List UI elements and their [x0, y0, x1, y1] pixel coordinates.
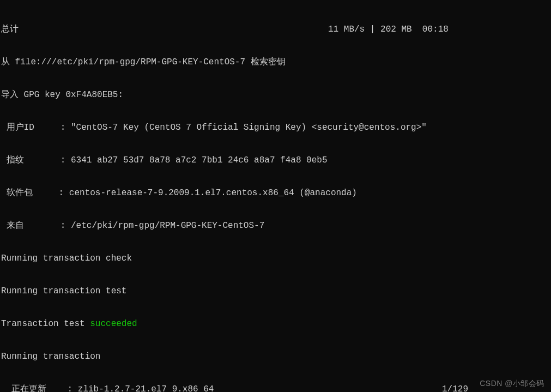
summary-line: 总计11 MB/s | 202 MB 00:18 — [1, 24, 550, 35]
total-label: 总计 — [1, 25, 19, 34]
package-name: zlib-1.2.7-21.el7_9.x86_64 — [78, 384, 214, 392]
progress-count: 1/129 — [442, 384, 468, 392]
transaction-check: Running transaction check — [1, 253, 550, 264]
watermark: CSDN @小邹会码 — [480, 378, 544, 389]
update-label: 正在更新 : — [1, 384, 78, 392]
import-gpg-line: 导入 GPG key 0xF4A80EB5: — [1, 89, 550, 100]
retrieve-key-line: 从 file:///etc/pki/rpm-gpg/RPM-GPG-KEY-Ce… — [1, 57, 550, 68]
transaction-test: Running transaction test — [1, 286, 550, 297]
update-row: 正在更新 : zlib-1.2.7-21.el7_9.x86_641/129 — [1, 384, 550, 392]
user-id-line: 用户ID : "CentOS-7 Key (CentOS 7 Official … — [1, 122, 550, 133]
succeeded-text: succeeded — [90, 319, 137, 329]
from-line: 来自 : /etc/pki/rpm-gpg/RPM-GPG-KEY-CentOS… — [1, 220, 550, 231]
transaction-test-result: Transaction test succeeded — [1, 318, 550, 329]
terminal-output[interactable]: 总计11 MB/s | 202 MB 00:18 从 file:///etc/p… — [0, 0, 551, 392]
fingerprint-line: 指纹 : 6341 ab27 53d7 8a78 a7c2 7bb1 24c6 … — [1, 155, 550, 166]
running-transaction: Running transaction — [1, 351, 550, 362]
package-line: 软件包 : centos-release-7-9.2009.1.el7.cent… — [1, 188, 550, 198]
